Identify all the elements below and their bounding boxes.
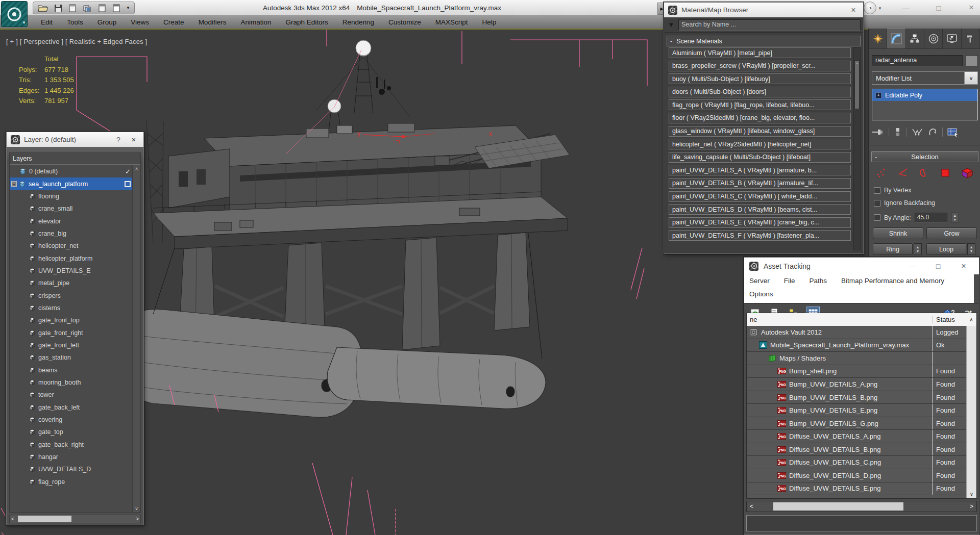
layer-row[interactable]: - sea_launch_platform	[10, 177, 132, 190]
layer-panel-titlebar[interactable]: Layer: 0 (default) ? ×	[7, 132, 143, 147]
layer-row[interactable]: beams	[10, 364, 132, 376]
asset-row[interactable]: Bump_UVW_DETAILS_B.png Found	[747, 391, 966, 404]
menu-item[interactable]: Modifiers	[191, 15, 234, 29]
border-mode-icon[interactable]	[918, 167, 930, 179]
tab-modify[interactable]	[887, 29, 905, 48]
layer-row[interactable]: hangar	[10, 451, 132, 463]
tab-display[interactable]	[943, 29, 961, 48]
material-row[interactable]: paint_UVW_DETAILS_F ( VRayMtl ) [fastene…	[669, 230, 851, 241]
new-scene-icon[interactable]	[68, 4, 77, 13]
layer-row[interactable]: helicopter_platform	[10, 252, 132, 264]
material-row[interactable]: Aluminium ( VRayMtl ) [metal_pipe]	[669, 47, 851, 58]
asset-table-hscrollbar[interactable]: < >	[746, 501, 977, 512]
stack-item-editable-poly[interactable]: + Editable Poly	[872, 89, 977, 101]
project-folder-icon[interactable]	[97, 4, 107, 13]
collapse-minus-icon[interactable]: -	[872, 153, 880, 161]
menu-item[interactable]: Help	[475, 15, 504, 29]
layer-row[interactable]: elevator	[10, 215, 132, 227]
ring-button[interactable]: Ring	[873, 243, 913, 255]
material-browser-titlebar[interactable]: Material/Map Browser ×	[664, 3, 863, 17]
material-row[interactable]: flag_rope ( VRayMtl ) [flag_rope, lifebo…	[669, 99, 851, 110]
asset-row[interactable]: Bump_UVW_DETAILS_E.png Found	[747, 404, 966, 417]
tab-motion[interactable]	[924, 29, 943, 48]
checkbox-icon[interactable]	[874, 214, 880, 221]
minimize-button[interactable]: —	[892, 0, 920, 15]
grow-button[interactable]: Grow	[926, 227, 977, 239]
layer-row[interactable]: gas_station	[10, 351, 132, 364]
layer-row[interactable]: gate_front_left	[10, 339, 132, 351]
minimize-icon[interactable]: —	[902, 262, 923, 270]
scrollbar-thumb[interactable]	[773, 502, 903, 511]
layer-row[interactable]: gate_back_left	[10, 401, 132, 414]
scroll-up-icon[interactable]: ∧	[966, 317, 976, 322]
scene-materials-section-header[interactable]: - Scene Materials	[667, 36, 861, 46]
scroll-up-icon[interactable]: ∧	[133, 166, 140, 171]
open-file-icon[interactable]	[37, 4, 48, 13]
application-menu-button[interactable]: ▼	[1, 1, 28, 27]
loop-button[interactable]: Loop	[926, 243, 966, 255]
angle-value-field[interactable]: 45.0	[915, 213, 947, 222]
expand-plus-icon[interactable]: +	[875, 92, 881, 98]
layer-list-hscrollbar[interactable]: < >	[9, 515, 141, 523]
layer-row[interactable]: crane_small	[10, 202, 132, 215]
close-icon[interactable]: ×	[953, 262, 974, 271]
close-button[interactable]: ×	[958, 0, 980, 15]
tab-hierarchy[interactable]	[906, 29, 924, 48]
asset-row[interactable]: Diffuse_UVW_DETAILS_B.png Found	[747, 443, 966, 456]
menu-item[interactable]: Group	[90, 15, 124, 29]
scroll-right-icon[interactable]: >	[970, 503, 973, 510]
scrollbar-thumb[interactable]	[854, 60, 860, 109]
layer-checkbox-icon[interactable]	[125, 181, 131, 187]
material-row[interactable]: doors ( Multi/Sub-Object ) [doors]	[669, 87, 851, 97]
tab-utilities[interactable]	[962, 29, 980, 48]
asset-row[interactable]: Maps / Shaders	[747, 352, 966, 365]
edge-mode-icon[interactable]	[897, 167, 910, 179]
by-vertex-checkbox[interactable]: By Vertex	[874, 187, 912, 194]
asset-row[interactable]: Bump_UVW_DETAILS_G.png Found	[747, 417, 966, 430]
material-row[interactable]: paint_UVW_DETAILS_A ( VRayMtl ) [armatur…	[669, 165, 851, 175]
material-row[interactable]: brass_propeller_screw ( VRayMtl ) [prope…	[669, 61, 851, 71]
layer-row[interactable]: UVW_DETAILS_E	[10, 265, 132, 277]
layer-row[interactable]: gate_top	[10, 426, 132, 438]
element-mode-icon[interactable]	[961, 167, 974, 179]
spinner-up-icon[interactable]: ▲	[953, 214, 957, 218]
menu-item[interactable]: Options	[749, 289, 773, 300]
asset-row[interactable]: Autodesk Vault 2012 Logged	[747, 326, 966, 339]
asset-row[interactable]: Diffuse_UVW_DETAILS_E.png Found	[747, 482, 966, 496]
layer-row[interactable]: flag_rope	[10, 476, 132, 488]
layer-list-header[interactable]: Layers	[10, 153, 140, 165]
ring-spinner[interactable]: ▲▼	[914, 243, 922, 255]
asset-row[interactable]: Bump_UVW_DETAILS_A.png Found	[747, 378, 966, 391]
menu-item[interactable]: Bitmap Performance and Memory	[841, 275, 944, 287]
asset-row[interactable]: Mobile_Spacecraft_Launch_Platform_vray.m…	[747, 339, 966, 352]
remove-modifier-icon[interactable]	[927, 128, 938, 137]
menu-item[interactable]: Paths	[810, 275, 827, 287]
layer-list-vscrollbar[interactable]: ∧ ∨	[132, 165, 140, 512]
checkbox-icon[interactable]	[874, 187, 880, 194]
chevron-down-icon[interactable]: ∨	[965, 71, 978, 85]
asset-tracking-titlebar[interactable]: Asset Tracking — □ ×	[744, 258, 979, 274]
layer-row[interactable]: gate_front_top	[10, 314, 132, 326]
scroll-right-icon[interactable]: >	[136, 516, 139, 522]
spinner-down-icon[interactable]: ▼	[953, 218, 957, 222]
qat-dropdown-icon[interactable]: ▼	[126, 6, 130, 10]
by-angle-checkbox[interactable]: By Angle: 45.0 ▲ ▼	[874, 213, 959, 222]
menu-item[interactable]: Customize	[381, 15, 428, 29]
layer-row[interactable]: crispers	[10, 289, 132, 301]
menu-item[interactable]: Edit	[34, 15, 60, 29]
undo-history-icon[interactable]	[82, 4, 92, 13]
material-row[interactable]: floor ( VRay2SidedMtl ) [crane_big, elev…	[669, 113, 851, 123]
make-unique-icon[interactable]	[912, 128, 923, 137]
selection-rollout-header[interactable]: - Selection	[871, 151, 978, 162]
vertex-mode-icon[interactable]	[876, 167, 888, 179]
asset-table-vscrollbar[interactable]: ∨	[966, 326, 976, 498]
help-icon[interactable]: ?	[113, 136, 124, 144]
menu-item[interactable]: Rendering	[335, 15, 381, 29]
layer-row[interactable]: crane_big	[10, 227, 132, 240]
window-icon[interactable]	[112, 4, 121, 13]
status-column-header[interactable]: Status	[933, 316, 966, 323]
asset-row[interactable]: Diffuse_UVW_DETAILS_A.png Found	[747, 430, 966, 443]
material-row[interactable]: life_saving_capsule ( Multi/Sub-Object )…	[669, 152, 851, 163]
object-name-field[interactable]: radar_antenna	[872, 55, 963, 66]
save-file-icon[interactable]	[54, 4, 63, 13]
